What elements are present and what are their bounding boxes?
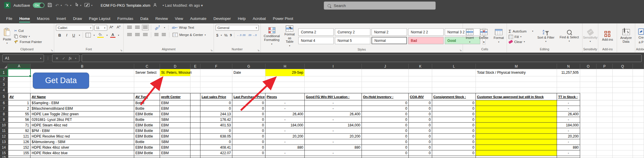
style-normal-4[interactable]: Normal 4 [298,37,334,44]
cell-P15[interactable] [597,150,613,156]
cell-M13[interactable] [476,139,557,145]
cell-F7[interactable]: 0 [200,106,232,111]
cell-O6[interactable] [580,100,597,106]
cell-Q14[interactable] [613,145,633,150]
cell-I6[interactable]: - [305,100,362,106]
cell-B14[interactable]: HDPE Ridex 48oz silver [30,145,134,150]
cell-J11[interactable]: 0 [362,128,409,134]
cell-E8[interactable] [190,111,200,117]
cell-G5[interactable]: Last Purchase Price [232,93,265,100]
cell-A16[interactable] [8,156,30,158]
cell-L4[interactable] [432,87,476,93]
cell-x15[interactable] [633,150,644,156]
row-header-6[interactable]: 6 [0,100,8,106]
cell-P9[interactable] [597,117,613,123]
cell-F16[interactable] [200,156,232,158]
align-bottom-button[interactable] [143,26,148,29]
cell-L11[interactable]: 0 [432,128,476,134]
cell-E13[interactable] [190,139,200,145]
cell-D1[interactable]: St. Peters, Missouri [160,69,190,76]
cell-O13[interactable] [580,139,597,145]
cell-J6[interactable]: 0 [362,100,409,106]
cell-B5[interactable]: AV Name [30,93,134,100]
cell-N3[interactable] [557,82,580,87]
cell-G2[interactable] [232,76,265,82]
cell-K6[interactable]: 0 [409,100,432,106]
cell-J16[interactable] [362,156,409,158]
insert-function-button[interactable]: fx [69,56,71,61]
tab-draw[interactable]: Draw [70,14,85,23]
cell-C11[interactable]: EBM Bottle [134,128,160,134]
format-cells-button[interactable]: Format▾ [493,28,505,44]
cell-F12[interactable]: 638.05 [200,134,232,139]
cell-x10[interactable] [633,123,644,128]
cell-M7[interactable] [476,106,557,111]
cell-C6[interactable]: Bottle [134,100,160,106]
wrap-text-button[interactable]: ab↩Wrap Text [172,26,194,29]
ribbon-options-chevron[interactable]: ▾ [91,4,93,7]
fill-color-button[interactable] [97,32,104,38]
col-header-K[interactable]: K [409,64,432,69]
tab-macros[interactable]: Macros [34,14,53,23]
cell-C5[interactable]: AV Type [134,93,160,100]
cell-G14[interactable]: 0 [232,145,265,150]
font-color-button[interactable]: A [110,32,115,38]
cell-C12[interactable]: EBM Bottle [134,134,160,139]
col-header-J[interactable]: J [362,64,409,69]
cell-E11[interactable] [190,128,200,134]
cell-N11[interactable]: - [557,128,580,134]
cell-E1[interactable] [190,69,200,76]
cell-B7[interactable]: $Maschinenstillstand EBM [30,106,134,111]
cell-H3[interactable] [265,82,305,87]
cell-L8[interactable]: 0 [432,111,476,117]
cell-P16[interactable] [597,156,613,158]
cell-P8[interactable] [597,111,613,117]
cell-N14[interactable]: 880 [557,145,580,150]
cell-J7[interactable]: 0 [362,106,409,111]
cell-E3[interactable] [190,82,200,87]
cell-B15[interactable]: HDPE Ridex 48oz blue [30,150,134,156]
cell-L5[interactable]: Consignment Stock : [432,93,476,100]
cell-F6[interactable]: 0 [200,100,232,106]
cell-M10[interactable] [476,123,557,128]
cell-E7[interactable] [190,106,200,111]
cell-I1[interactable] [305,69,362,76]
cell-H12[interactable]: 20,200 [265,134,305,139]
cell-K15[interactable]: 0 [409,150,432,156]
cell-F15[interactable]: 422.07 [200,150,232,156]
cell-E6[interactable] [190,100,200,106]
cell-I10[interactable]: 184,000 [305,123,362,128]
cell-G3[interactable] [232,82,265,87]
cell-I14[interactable]: 880 [305,145,362,150]
col-header-D[interactable]: D [160,64,190,69]
cell-C7[interactable]: Bottle [134,106,160,111]
cell-Q1[interactable] [613,69,633,76]
cell-A1[interactable] [8,69,30,76]
analyze-data-button[interactable]: Analyze Data [619,28,633,44]
cell-H6[interactable]: - [265,100,305,106]
row-header-16[interactable]: 16 [0,156,8,158]
cell-G8[interactable]: 0 [232,111,265,117]
col-header-A[interactable]: A [8,64,30,69]
fill-button[interactable]: ↓Fill▾ [509,35,533,39]
cell-H15[interactable]: - [265,150,305,156]
style-normal-2[interactable]: Normal 2 [372,28,407,36]
undo-chevron[interactable]: ▾ [61,4,62,7]
font-name-select[interactable]: Calibri▾ [56,25,93,31]
cell-D8[interactable]: EBM [160,111,190,117]
save-icon[interactable] [47,3,52,8]
cell-C8[interactable]: EBM Bottle [134,111,160,117]
cell-A14[interactable]: 152 [8,145,30,150]
cell-F1[interactable] [200,69,232,76]
style-currency-2[interactable]: Currency 2 [335,28,370,36]
undo-icon[interactable]: ↶ [55,3,59,8]
cell-D12[interactable]: EBM [160,134,190,139]
cell-F4[interactable] [200,87,232,93]
cell-H11[interactable]: - [265,128,305,134]
cell-I12[interactable]: 20,200 [305,134,362,139]
cell-H4[interactable] [265,87,305,93]
style-comma-2[interactable]: Comma 2 [298,28,334,36]
cell-K1[interactable] [409,69,432,76]
cell-I16[interactable] [305,156,362,158]
cell-x3[interactable] [633,82,644,87]
